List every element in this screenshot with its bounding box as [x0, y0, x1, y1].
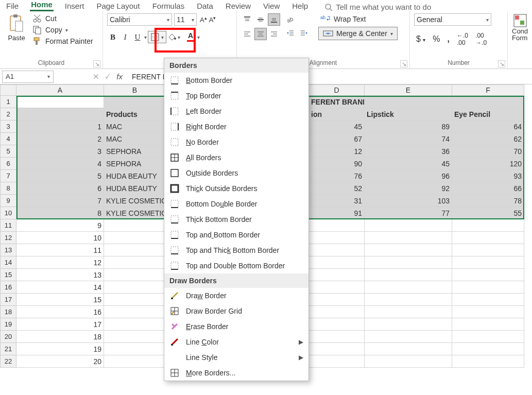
- cell-F5[interactable]: 70: [452, 145, 524, 158]
- cell-F16[interactable]: [452, 281, 524, 294]
- cell-D18[interactable]: [309, 306, 365, 318]
- cell-A19[interactable]: 17: [16, 318, 104, 331]
- cell-E14[interactable]: [365, 256, 452, 269]
- cell-A2[interactable]: [16, 108, 104, 121]
- cell-D13[interactable]: [309, 244, 365, 256]
- border-item-bottom-double-border[interactable]: Bottom Double Border: [164, 196, 308, 212]
- cell-D5[interactable]: 12: [309, 145, 365, 158]
- cell-F18[interactable]: [452, 306, 524, 318]
- decrease-font-button[interactable]: A▾: [208, 15, 217, 24]
- cell-D21[interactable]: [309, 343, 365, 355]
- row-header-12[interactable]: 12: [0, 232, 16, 244]
- cell-E1[interactable]: [365, 96, 452, 108]
- cell-E4[interactable]: 74: [365, 133, 452, 145]
- cell-B20[interactable]: [104, 331, 166, 343]
- cell-F22[interactable]: [452, 355, 524, 368]
- row-header-5[interactable]: 5: [0, 145, 16, 158]
- row-header-13[interactable]: 13: [0, 244, 16, 256]
- cell-E7[interactable]: 96: [365, 170, 452, 182]
- border-item-top-border[interactable]: Top Border: [164, 88, 308, 104]
- cell-E16[interactable]: [365, 281, 452, 294]
- cell-E3[interactable]: 89: [365, 121, 452, 133]
- border-item-line-color[interactable]: Line Color▶: [164, 334, 308, 350]
- align-top-button[interactable]: [241, 13, 253, 26]
- cell-B11[interactable]: [104, 219, 166, 232]
- number-format-combo[interactable]: General▾: [414, 13, 491, 26]
- cell-E19[interactable]: [365, 318, 452, 331]
- cell-A5[interactable]: 3: [16, 145, 104, 158]
- cell-B2[interactable]: Products: [104, 108, 166, 121]
- cell-A12[interactable]: 10: [16, 232, 104, 244]
- font-size-combo[interactable]: 11▾: [174, 13, 197, 26]
- row-header-16[interactable]: 16: [0, 281, 16, 294]
- cell-A1[interactable]: [16, 96, 104, 108]
- cell-E10[interactable]: 77: [365, 207, 452, 219]
- cell-F3[interactable]: 64: [452, 121, 524, 133]
- border-item-bottom-border[interactable]: Bottom Border: [164, 73, 308, 88]
- cell-A7[interactable]: 5: [16, 170, 104, 182]
- cell-F2[interactable]: Eye Pencil: [452, 108, 524, 121]
- cell-B18[interactable]: [104, 306, 166, 318]
- conditional-formatting-button[interactable]: Cond Form: [512, 13, 528, 41]
- align-left-button[interactable]: [241, 28, 253, 40]
- font-color-button[interactable]: A ▾: [186, 31, 203, 43]
- row-header-7[interactable]: 7: [0, 170, 16, 182]
- cell-E9[interactable]: 103: [365, 195, 452, 207]
- cell-B9[interactable]: KYLIE COSMETIC: [104, 195, 166, 207]
- increase-decimal-button[interactable]: ←.0.00: [455, 32, 470, 46]
- border-item-top-and-double-bottom-border[interactable]: Top and Double Bottom Border: [164, 258, 308, 273]
- border-item-draw-border-grid[interactable]: Draw Border Grid: [164, 303, 308, 319]
- border-item-outside-borders[interactable]: Outside Borders: [164, 165, 308, 181]
- tab-help[interactable]: Help: [291, 2, 309, 11]
- col-header-E[interactable]: E: [365, 84, 452, 96]
- row-header-8[interactable]: 8: [0, 182, 16, 195]
- cell-D22[interactable]: [309, 355, 365, 368]
- italic-button[interactable]: I: [119, 31, 131, 43]
- decrease-decimal-button[interactable]: .00→.0: [473, 32, 489, 46]
- align-bottom-button[interactable]: [268, 13, 280, 26]
- cell-B19[interactable]: [104, 318, 166, 331]
- cell-F4[interactable]: 62: [452, 133, 524, 145]
- cell-E2[interactable]: Lipstick: [365, 108, 452, 121]
- row-header-19[interactable]: 19: [0, 318, 16, 331]
- cell-A4[interactable]: 2: [16, 133, 104, 145]
- tab-view[interactable]: View: [262, 2, 281, 11]
- copy-button[interactable]: Copy ▾: [31, 25, 94, 35]
- cell-F20[interactable]: [452, 331, 524, 343]
- border-item-draw-border[interactable]: Draw Border: [164, 288, 308, 303]
- tab-file[interactable]: File: [5, 2, 20, 11]
- cell-D11[interactable]: [309, 219, 365, 232]
- cell-B4[interactable]: MAC: [104, 133, 166, 145]
- cell-B3[interactable]: MAC: [104, 121, 166, 133]
- cell-D16[interactable]: [309, 281, 365, 294]
- cell-A10[interactable]: 8: [16, 207, 104, 219]
- font-name-combo[interactable]: Calibri▾: [107, 13, 172, 26]
- row-header-2[interactable]: 2: [0, 108, 16, 121]
- paste-button[interactable]: Paste: [4, 13, 29, 42]
- cell-E6[interactable]: 45: [365, 158, 452, 170]
- col-header-F[interactable]: F: [452, 84, 524, 96]
- border-item-more-borders-[interactable]: More Borders...: [164, 365, 308, 381]
- row-header-17[interactable]: 17: [0, 294, 16, 306]
- cell-E22[interactable]: [365, 355, 452, 368]
- cell-E21[interactable]: [365, 343, 452, 355]
- cell-D3[interactable]: 45: [309, 121, 365, 133]
- tab-page-layout[interactable]: Page Layout: [95, 2, 141, 11]
- row-header-21[interactable]: 21: [0, 343, 16, 355]
- cell-E13[interactable]: [365, 244, 452, 256]
- row-header-18[interactable]: 18: [0, 306, 16, 318]
- percent-format-button[interactable]: %: [431, 35, 442, 44]
- cell-F6[interactable]: 120: [452, 158, 524, 170]
- row-header-10[interactable]: 10: [0, 207, 16, 219]
- border-item-line-style[interactable]: Line Style▶: [164, 350, 308, 365]
- tab-formulas[interactable]: Formulas: [151, 2, 186, 11]
- format-painter-button[interactable]: Format Painter: [31, 36, 94, 46]
- cell-D1[interactable]: FERENT BRANDS: [309, 96, 365, 108]
- cell-B12[interactable]: [104, 232, 166, 244]
- alignment-dialog-launcher[interactable]: ↘: [400, 60, 407, 67]
- cell-B7[interactable]: HUDA BEAUTY: [104, 170, 166, 182]
- cell-F7[interactable]: 93: [452, 170, 524, 182]
- align-right-button[interactable]: [268, 28, 280, 40]
- cell-F15[interactable]: [452, 269, 524, 281]
- cell-A14[interactable]: 12: [16, 256, 104, 269]
